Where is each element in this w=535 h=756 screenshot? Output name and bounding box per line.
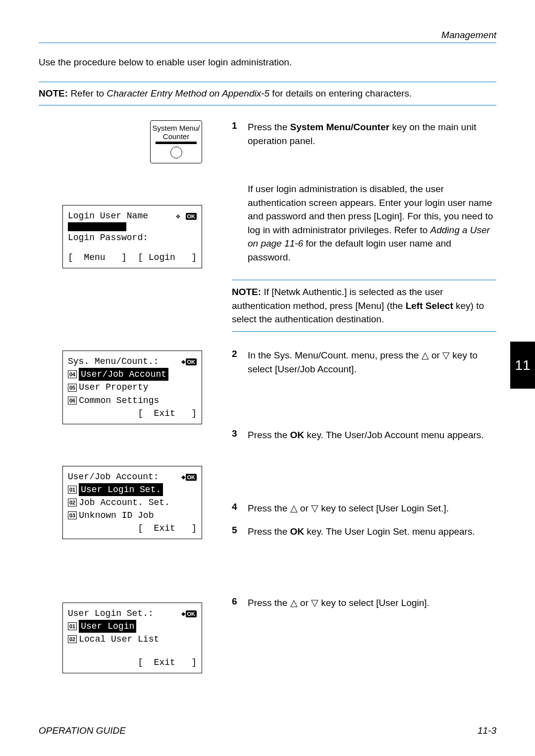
step-text: key. The User/Job Account menu appears. <box>304 430 484 440</box>
lcd-nav-icons: ◆OK <box>181 607 197 620</box>
footer-left: OPERATION GUIDE <box>39 725 126 736</box>
footer-right: 11-3 <box>478 725 496 736</box>
lcd-user-title: User/Job Account: <box>68 470 159 483</box>
list-item: Common Settings <box>79 394 159 407</box>
item-num: 04 <box>68 370 77 378</box>
list-item-selected: User/Job Account <box>79 368 168 381</box>
auth-paragraph: If user login administration is disabled… <box>232 182 496 264</box>
login-cursor <box>68 222 126 231</box>
step-text: Press the △ or ▽ key to select [User Log… <box>248 596 429 610</box>
step-number: 2 <box>232 349 241 376</box>
sys-btn-line2: Counter <box>163 132 189 141</box>
sys-btn-line1: System Menu/ <box>153 124 200 132</box>
lcd-login-menu-btn: [ Menu ] <box>68 251 127 264</box>
step-text: key. The User Login Set. menu appears. <box>304 526 475 537</box>
note-rule-bottom <box>39 105 496 105</box>
note-text-after: for details on entering characters. <box>269 88 412 99</box>
lcd-nav-icons: ◆OK <box>181 355 197 368</box>
note-rule-bottom <box>232 331 496 332</box>
item-num: 03 <box>68 511 77 519</box>
step-number: 4 <box>232 502 241 515</box>
sys-btn-led <box>170 147 182 158</box>
step-6: 6 Press the △ or ▽ key to select [User L… <box>232 596 496 610</box>
intro-text: Use the procedure below to enable user l… <box>39 57 496 68</box>
section-title: Management <box>39 30 496 41</box>
list-item: Job Account. Set. <box>79 496 170 509</box>
note-rule-top <box>232 280 496 280</box>
step-text: In the Sys. Menu/Count. menu, press the … <box>248 349 496 376</box>
sys-btn-bar <box>156 142 196 144</box>
system-menu-key-diagram: System Menu/ Counter <box>150 120 202 163</box>
step-number: 3 <box>232 428 241 442</box>
item-num: 02 <box>68 635 77 643</box>
note-bold: Left Select <box>406 301 453 311</box>
lcd-login-title: Login User Name <box>68 209 148 222</box>
note-label: NOTE: <box>39 88 68 99</box>
step-bold: System Menu/Counter <box>290 122 390 132</box>
step-4: 4 Press the △ or ▽ key to select [User L… <box>232 502 496 515</box>
step-number: 5 <box>232 525 241 539</box>
step-text: Press the <box>248 526 290 537</box>
step-text: Press the △ or ▽ key to select [User Log… <box>248 502 449 515</box>
lcd-sys-menu: Sys. Menu/Count.: ◆OK 04 User/Job Accoun… <box>62 351 202 424</box>
lcd-nav-icons: ◆OK <box>181 470 197 483</box>
lcd-exit: [ Exit ] <box>138 407 197 420</box>
step-5: 5 Press the OK key. The User Login Set. … <box>232 525 496 539</box>
page-footer: OPERATION GUIDE 11-3 <box>39 725 496 736</box>
lcd-user-login-set: User Login Set.: ◆OK 01 User Login 02 Lo… <box>62 603 202 673</box>
step-bold: OK <box>290 430 305 440</box>
lcd-login-pw: Login Password: <box>68 231 148 244</box>
step-bold: OK <box>290 526 305 537</box>
item-num: 02 <box>68 499 77 506</box>
note-rule-top <box>39 82 496 82</box>
lcd-login-login-btn: [ Login ] <box>138 251 197 264</box>
lcd-nav-icons: ✥ OK <box>176 209 197 222</box>
list-item-selected: User Login Set. <box>79 483 163 496</box>
list-item: Local User List <box>79 633 159 646</box>
header-rule <box>39 43 496 43</box>
list-item: User Property <box>79 381 148 394</box>
lcd-login: Login User Name ✥ OK Login Password: [ M… <box>62 205 202 268</box>
step-text: Press the <box>248 430 290 440</box>
note-text-before: Refer to <box>68 88 107 99</box>
step-2: 2 In the Sys. Menu/Count. menu, press th… <box>232 349 496 376</box>
note-label: NOTE: <box>232 287 261 297</box>
note-italic: Character Entry Method on Appendix-5 <box>107 88 269 99</box>
lcd-user-job: User/Job Account: ◆OK 01 User Login Set.… <box>62 466 202 539</box>
step-1: 1 Press the System Menu/Counter key on t… <box>232 120 496 148</box>
note-2: NOTE: If [Netwk Authentic.] is selected … <box>232 277 496 335</box>
item-num: 06 <box>68 397 77 404</box>
item-num: 01 <box>68 486 77 494</box>
step-3: 3 Press the OK key. The User/Job Account… <box>232 428 496 442</box>
step-text: Press the <box>248 122 290 132</box>
lcd-loginset-title: User Login Set.: <box>68 607 154 620</box>
list-item: Unknown ID Job <box>79 509 154 522</box>
list-item-selected: User Login <box>79 620 136 633</box>
item-num: 01 <box>68 622 77 630</box>
lcd-exit: [ Exit ] <box>138 656 197 669</box>
step-number: 6 <box>232 596 241 610</box>
chapter-tab: 11 <box>510 342 535 389</box>
item-num: 05 <box>68 384 77 392</box>
lcd-exit: [ Exit ] <box>138 522 197 535</box>
note-1: NOTE: Refer to Character Entry Method on… <box>39 82 496 105</box>
lcd-sys-title: Sys. Menu/Count.: <box>68 355 159 368</box>
step-number: 1 <box>232 120 241 148</box>
